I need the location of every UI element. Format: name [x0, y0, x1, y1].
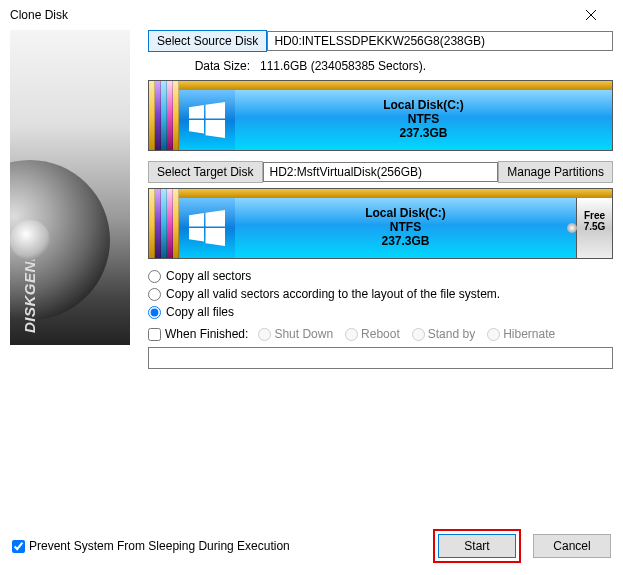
- source-partition[interactable]: Local Disk(C:) NTFS 237.3GB: [235, 90, 612, 150]
- start-button[interactable]: Start: [438, 534, 516, 558]
- windows-logo-icon: [179, 198, 235, 258]
- source-partition-fs: NTFS: [235, 112, 612, 126]
- source-disk-bar: Local Disk(C:) NTFS 237.3GB: [148, 80, 613, 151]
- free-label: Free: [577, 210, 612, 221]
- target-partition-name: Local Disk(C:): [235, 206, 576, 220]
- select-target-disk-button[interactable]: Select Target Disk: [148, 161, 263, 183]
- footer: Prevent System From Sleeping During Exec…: [0, 518, 623, 575]
- manage-partitions-button[interactable]: Manage Partitions: [498, 161, 613, 183]
- free-size: 7.5G: [577, 221, 612, 232]
- standby-radio: Stand by: [412, 327, 475, 341]
- status-box: [148, 347, 613, 369]
- cancel-button[interactable]: Cancel: [533, 534, 611, 558]
- shutdown-radio: Shut Down: [258, 327, 333, 341]
- reboot-radio: Reboot: [345, 327, 400, 341]
- target-disk-field: HD2:MsftVirtualDisk(256GB): [263, 162, 499, 182]
- when-finished-checkbox[interactable]: [148, 328, 161, 341]
- close-button[interactable]: [568, 0, 613, 30]
- hibernate-radio: Hibernate: [487, 327, 555, 341]
- select-source-disk-button[interactable]: Select Source Disk: [148, 30, 267, 52]
- copy-all-files-radio[interactable]: Copy all files: [148, 305, 613, 319]
- prevent-sleep-checkbox[interactable]: Prevent System From Sleeping During Exec…: [12, 539, 290, 553]
- target-partition-size: 237.3GB: [235, 234, 576, 248]
- source-partition-size: 237.3GB: [235, 126, 612, 140]
- data-size-value: 111.6GB (234058385 Sectors).: [256, 57, 426, 75]
- copy-valid-sectors-radio[interactable]: Copy all valid sectors according to the …: [148, 287, 613, 301]
- start-highlight: Start: [433, 529, 521, 563]
- when-finished-label: When Finished:: [165, 327, 248, 341]
- target-disk-bar: Local Disk(C:) NTFS 237.3GB Free 7.5G: [148, 188, 613, 259]
- free-space-partition[interactable]: Free 7.5G: [576, 198, 612, 258]
- target-partition[interactable]: Local Disk(C:) NTFS 237.3GB: [235, 198, 576, 258]
- data-size-label: Data Size:: [148, 59, 256, 73]
- titlebar: Clone Disk: [0, 0, 623, 30]
- close-icon: [586, 10, 596, 20]
- windows-logo-icon: [179, 90, 235, 150]
- window-title: Clone Disk: [10, 8, 568, 22]
- sidebar-image: DISKGENIUS: [10, 30, 130, 345]
- brand-text: DISKGENIUS: [21, 235, 38, 333]
- source-disk-field: HD0:INTELSSDPEKKW256G8(238GB): [267, 31, 613, 51]
- target-partition-fs: NTFS: [235, 220, 576, 234]
- copy-all-sectors-radio[interactable]: Copy all sectors: [148, 269, 613, 283]
- source-partition-name: Local Disk(C:): [235, 98, 612, 112]
